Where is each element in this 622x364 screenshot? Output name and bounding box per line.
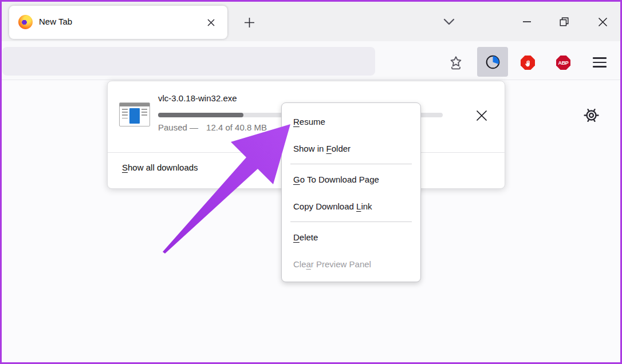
menu-item-resume[interactable]: Resume (282, 108, 420, 135)
menu-separator (290, 164, 412, 164)
show-all-downloads-link[interactable]: Show all downloads (122, 163, 198, 172)
menu-item-copy-download-link[interactable]: Copy Download Link (282, 193, 420, 220)
menu-item-go-to-download-page[interactable]: Go To Download Page (282, 166, 420, 193)
tab-bar: New Tab (2, 2, 620, 41)
application-menu-button[interactable] (589, 54, 610, 71)
navigation-toolbar: ABP (2, 41, 620, 80)
bookmark-star-icon (448, 55, 463, 70)
menu-separator (290, 221, 412, 222)
window-close-button[interactable] (592, 13, 613, 30)
chevron-down-icon (443, 18, 455, 26)
new-tab-button[interactable] (239, 13, 259, 32)
close-icon (475, 109, 488, 122)
settings-gear-icon (584, 108, 599, 123)
status-state: Paused — (158, 122, 198, 132)
active-tab[interactable]: New Tab (9, 6, 227, 39)
window-restore-button[interactable] (553, 13, 575, 30)
tab-close-button[interactable] (202, 13, 220, 31)
menu-item-delete[interactable]: Delete (282, 224, 420, 251)
close-icon (207, 18, 215, 27)
adblock-plus-extension-button[interactable]: ABP (556, 56, 570, 70)
hand-blocker-extension-button[interactable] (521, 56, 535, 70)
abp-label: ABP (558, 60, 568, 66)
downloads-panel-button[interactable] (477, 47, 508, 77)
status-detail: 12.4 of 40.8 MB (206, 122, 267, 132)
restore-icon (559, 17, 569, 27)
bookmark-button[interactable] (446, 53, 466, 72)
download-status: Paused —12.4 of 40.8 MB (158, 122, 267, 132)
close-icon (598, 17, 608, 27)
tab-title: New Tab (39, 17, 72, 26)
downloads-progress-pie-icon (485, 54, 501, 70)
minimize-icon (522, 21, 532, 23)
address-bar[interactable] (2, 47, 375, 76)
menu-item-clear-preview-panel: Clear Preview Panel (282, 251, 420, 278)
download-filename[interactable]: vlc-3.0.18-win32.exe (158, 93, 237, 103)
window-minimize-button[interactable] (516, 13, 538, 30)
plus-icon (244, 17, 255, 28)
progress-fill (158, 113, 243, 117)
firefox-logo-icon (18, 15, 33, 29)
adblock-plus-icon: ABP (556, 56, 570, 70)
browser-window: New Tab (0, 0, 622, 364)
installer-file-icon (119, 102, 150, 126)
menu-item-show-in-folder[interactable]: Show in Folder (282, 135, 420, 162)
hamburger-menu-icon (593, 57, 607, 58)
list-all-tabs-button[interactable] (439, 13, 459, 31)
personalize-newtab-button[interactable] (581, 105, 601, 125)
download-context-menu: Resume Show in Folder Go To Download Pag… (281, 102, 421, 282)
download-cancel-button[interactable] (474, 108, 490, 124)
hand-blocker-icon (521, 56, 535, 70)
